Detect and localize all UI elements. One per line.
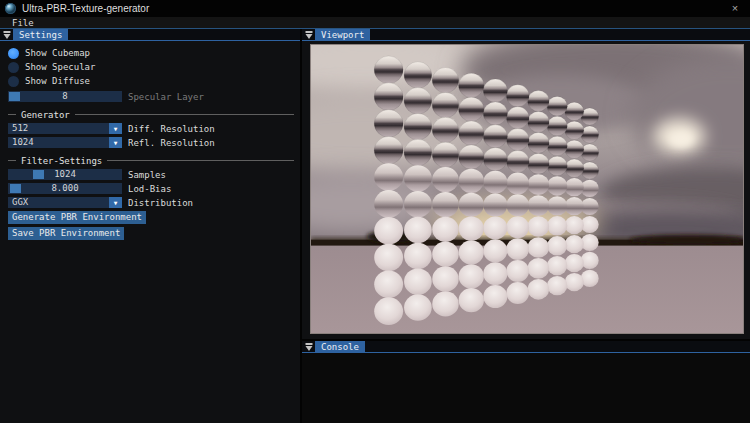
radio-label: Show Specular	[25, 62, 95, 72]
lod-bias-slider[interactable]: 8.000	[8, 183, 122, 194]
viewport-body	[302, 41, 750, 339]
section-title: Generator	[21, 110, 70, 120]
console-tabbar: Console	[302, 341, 750, 353]
combo-value: GGX	[8, 197, 109, 208]
render-view-3d[interactable]	[310, 44, 744, 334]
radio-show-cubemap[interactable]: Show Cubemap	[8, 46, 294, 60]
lod-bias-label: Lod-Bias	[128, 184, 171, 194]
slider-value: 8.000	[8, 183, 122, 194]
close-button[interactable]: ×	[720, 0, 750, 17]
collapse-arrow-icon[interactable]	[302, 341, 315, 352]
specular-layer-slider[interactable]: 8	[8, 91, 122, 102]
samples-label: Samples	[128, 170, 166, 180]
app-window: Ultra-PBR-Texture-generator × File Setti…	[0, 0, 750, 423]
radio-unselected-icon[interactable]	[8, 62, 19, 73]
settings-content: Show Cubemap Show Specular Show Diffuse …	[0, 41, 300, 423]
settings-tabbar: Settings	[0, 29, 300, 41]
specular-layer-label: Specular Layer	[128, 92, 204, 102]
viewport-panel: Viewport	[302, 29, 750, 339]
slider-value: 8	[8, 91, 122, 102]
slider-value: 1024	[8, 169, 122, 180]
refl-resolution-combo[interactable]: 1024 ▼	[8, 137, 122, 148]
diff-resolution-label: Diff. Resolution	[128, 124, 215, 134]
pbr-sphere-scene	[311, 45, 743, 333]
radio-label: Show Cubemap	[25, 48, 90, 58]
distribution-label: Distribution	[128, 198, 193, 208]
radio-label: Show Diffuse	[25, 76, 90, 86]
combo-value: 512	[8, 123, 109, 134]
settings-panel: Settings Show Cubemap Show Specular Show…	[0, 29, 300, 423]
menubar: File	[0, 17, 750, 29]
window-title: Ultra-PBR-Texture-generator	[22, 3, 720, 14]
generate-pbr-environment-button[interactable]: Generate PBR Environment	[8, 211, 146, 224]
samples-slider[interactable]: 1024	[8, 169, 122, 180]
chevron-down-icon[interactable]: ▼	[109, 197, 122, 208]
titlebar: Ultra-PBR-Texture-generator ×	[0, 0, 750, 17]
refl-resolution-label: Refl. Resolution	[128, 138, 215, 148]
radio-show-specular[interactable]: Show Specular	[8, 60, 294, 74]
console-panel: Console	[302, 341, 750, 423]
viewport-tabbar: Viewport	[302, 29, 750, 41]
radio-unselected-icon[interactable]	[8, 76, 19, 87]
section-generator: Generator	[8, 109, 294, 120]
menu-file[interactable]: File	[8, 18, 38, 28]
combo-value: 1024	[8, 137, 109, 148]
tab-console[interactable]: Console	[315, 341, 365, 352]
tab-settings[interactable]: Settings	[13, 29, 68, 40]
app-logo-icon	[5, 3, 16, 14]
section-title: Filter-Settings	[21, 156, 102, 166]
section-filter-settings: Filter-Settings	[8, 155, 294, 166]
collapse-arrow-icon[interactable]	[0, 29, 13, 40]
diff-resolution-combo[interactable]: 512 ▼	[8, 123, 122, 134]
radio-selected-icon[interactable]	[8, 48, 19, 59]
tab-viewport[interactable]: Viewport	[315, 29, 370, 40]
collapse-arrow-icon[interactable]	[302, 29, 315, 40]
distribution-combo[interactable]: GGX ▼	[8, 197, 122, 208]
chevron-down-icon[interactable]: ▼	[109, 123, 122, 134]
chevron-down-icon[interactable]: ▼	[109, 137, 122, 148]
console-output	[302, 353, 750, 423]
save-pbr-environment-button[interactable]: Save PBR Environment	[8, 227, 124, 240]
radio-show-diffuse[interactable]: Show Diffuse	[8, 74, 294, 88]
